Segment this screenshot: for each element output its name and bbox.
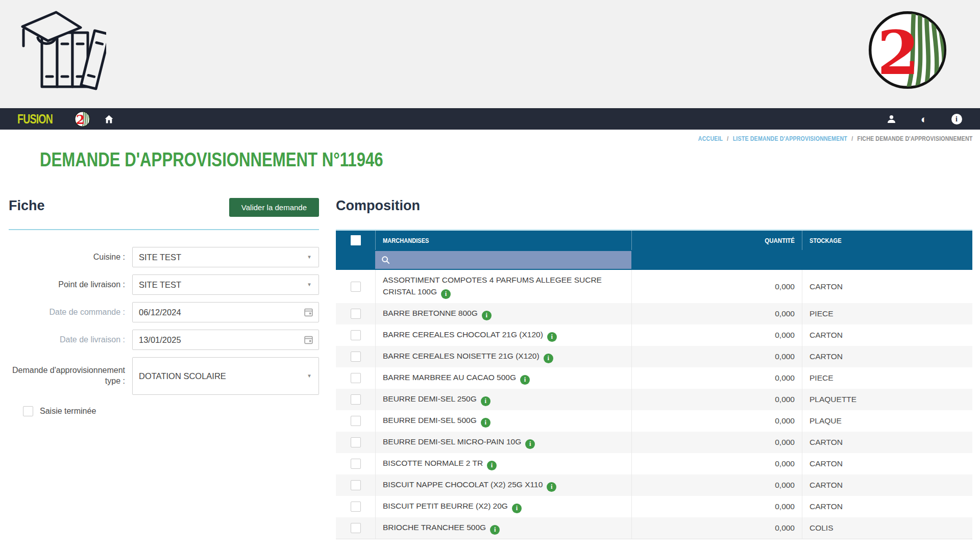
product-info-icon[interactable]: i [481,396,491,406]
row-checkbox[interactable] [351,502,361,512]
stockage-value: CARTON [802,270,972,303]
calendar-icon[interactable] [304,308,313,317]
row-checkbox-cell [336,474,375,496]
table-row: BEURRE DEMI-SEL 250Gi 0,000 PLAQUETTE [336,389,972,410]
table-header-row: MARCHANDISES QUANTITÉ STOCKAGE [336,231,972,250]
column-header-quantite[interactable]: QUANTITÉ [631,231,802,250]
column-header-stockage[interactable]: STOCKAGE [802,231,972,250]
row-checkbox-cell [336,432,375,453]
quantity-value: 0,000 [631,324,802,346]
row-checkbox[interactable] [351,523,361,533]
quantity-value: 0,000 [631,389,802,410]
row-checkbox-cell [336,389,375,410]
product-info-icon[interactable]: i [441,289,451,299]
row-checkbox[interactable] [351,373,361,383]
contrast-icon[interactable]: ◐ [918,113,930,125]
user-icon[interactable] [885,113,897,125]
marchandise-cell: BRIOCHE TRANCHEE 500Gi [375,517,631,539]
validate-request-button[interactable]: Valider la demande [229,198,319,217]
marchandise-cell: BISCUIT NAPPE CHOCOLAT (X2) 25G X110i [375,474,631,496]
quantity-value: 0,000 [631,517,802,539]
chevron-down-icon: ▼ [307,373,312,379]
point-livraison-label: Point de livraison : [9,280,132,290]
date-livraison-input[interactable] [139,335,301,345]
page-title: DEMANDE D'APPROVISIONNEMENT N°11946 [40,149,458,171]
quantity-value: 0,000 [631,270,802,303]
quantity-value: 0,000 [631,367,802,389]
product-info-icon[interactable]: i [547,332,557,342]
company-2-logo: 2 [868,10,947,90]
navbar-2-logo-icon[interactable]: 2 [75,111,90,127]
row-checkbox[interactable] [351,480,361,490]
marchandise-cell: BEURRE DEMI-SEL 250Gi [375,389,631,410]
breadcrumb-accueil[interactable]: ACCUEIL [698,135,722,142]
fiche-panel: Fiche Valider la demande Cuisine : SITE … [9,198,319,416]
product-name: ASSORTIMENT COMPOTES 4 PARFUMS ALLEGEE S… [383,276,602,296]
row-checkbox[interactable] [351,309,361,319]
product-info-icon[interactable]: i [482,311,492,320]
stockage-value: CARTON [802,453,972,474]
row-checkbox-cell [336,410,375,432]
table-row: BEURRE DEMI-SEL MICRO-PAIN 10Gi 0,000 CA… [336,432,972,453]
product-info-icon[interactable]: i [481,418,491,428]
select-all-checkbox[interactable] [351,235,361,245]
search-row-spacer [336,250,375,270]
search-row-spacer [802,250,972,270]
chevron-down-icon: ▼ [307,254,312,260]
point-livraison-select[interactable]: SITE TEST ▼ [132,274,319,295]
date-commande-input[interactable] [139,308,301,317]
table-row: BARRE CEREALES NOISETTE 21G (X120)i 0,00… [336,346,972,367]
marchandise-cell: BARRE CEREALES CHOCOLAT 21G (X120)i [375,324,631,346]
breadcrumb-separator: / [851,135,853,142]
stockage-value: PLAQUE [802,410,972,432]
product-info-icon[interactable]: i [520,375,530,385]
product-info-icon[interactable]: i [487,461,497,470]
saisie-terminee-label: Saisie terminée [40,407,96,416]
table-row: ASSORTIMENT COMPOTES 4 PARFUMS ALLEGEE S… [336,270,972,303]
column-header-marchandises[interactable]: MARCHANDISES [375,231,631,250]
quantity-value: 0,000 [631,346,802,367]
marchandise-cell: BEURRE DEMI-SEL MICRO-PAIN 10Gi [375,432,631,453]
product-info-icon[interactable]: i [512,504,522,513]
table-row: BARRE MARBREE AU CACAO 500Gi 0,000 PIECE [336,367,972,389]
fusion-logo[interactable]: FUSION [17,112,53,127]
marchandise-cell: BISCUIT PETIT BEURRE (X2) 20Gi [375,496,631,517]
row-checkbox[interactable] [351,416,361,426]
product-info-icon[interactable]: i [547,482,556,492]
table-row: BISCUIT NAPPE CHOCOLAT (X2) 25G X110i 0,… [336,474,972,496]
table-row: BISCUIT PETIT BEURRE (X2) 20Gi 0,000 CAR… [336,496,972,517]
row-checkbox[interactable] [351,330,361,340]
breadcrumb-liste-demande[interactable]: LISTE DEMANDE D'APPROVISIONNEMENT [732,135,847,142]
row-checkbox[interactable] [351,459,361,469]
quantity-value: 0,000 [631,410,802,432]
saisie-terminee-checkbox[interactable] [23,406,33,416]
search-icon [381,256,390,264]
table-row: BRIOCHE TRANCHEE 500Gi 0,000 COLIS [336,517,972,539]
demande-type-select[interactable]: DOTATION SCOLAIRE ▼ [132,357,319,395]
info-icon[interactable]: i [950,113,963,125]
calendar-icon[interactable] [304,335,313,345]
row-checkbox[interactable] [351,282,361,292]
row-checkbox-cell [336,517,375,539]
table-body: ASSORTIMENT COMPOTES 4 PARFUMS ALLEGEE S… [336,270,972,539]
marchandise-cell: BISCOTTE NORMALE 2 TRi [375,453,631,474]
stockage-value: CARTON [802,474,972,496]
stockage-value: CARTON [802,346,972,367]
product-info-icon[interactable]: i [544,354,553,363]
product-info-icon[interactable]: i [490,525,500,535]
row-checkbox[interactable] [351,437,361,447]
date-livraison-field[interactable] [132,330,319,350]
home-icon[interactable] [103,113,115,125]
product-name: BARRE BRETONNE 800G [383,309,478,317]
row-checkbox[interactable] [351,394,361,405]
product-name: BARRE CEREALES CHOCOLAT 21G (X120) [383,330,543,339]
marchandise-cell: BEURRE DEMI-SEL 500Gi [375,410,631,432]
date-commande-field[interactable] [132,302,319,322]
marchandises-search-input[interactable] [394,255,625,265]
marchandise-cell: BARRE MARBREE AU CACAO 500Gi [375,367,631,389]
row-checkbox[interactable] [351,352,361,362]
composition-panel: Composition MARCHANDISES QUANTITÉ STOCKA… [336,198,972,551]
cuisine-select[interactable]: SITE TEST ▼ [132,247,319,267]
product-name: BRIOCHE TRANCHEE 500G [383,523,486,532]
product-info-icon[interactable]: i [525,439,535,449]
